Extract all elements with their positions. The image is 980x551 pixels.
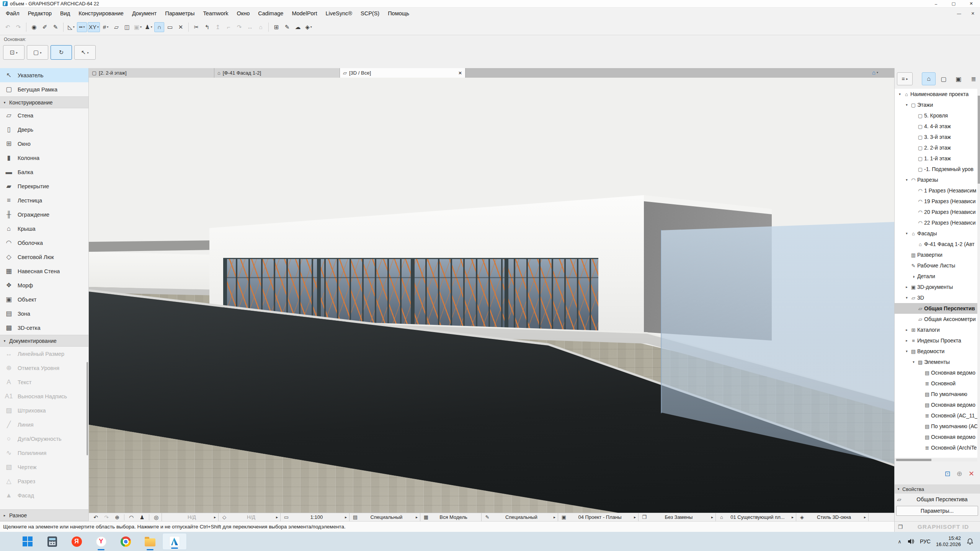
tool-Лестница[interactable]: ≡Лестница [0,193,88,207]
tree-item-По умолчанию[interactable]: ▤По умолчанию [895,389,977,399]
quick-option-Специальный[interactable]: ✎Специальный▸ [481,513,558,522]
toolbar-icon-16[interactable]: ▭ [165,22,175,32]
taskbar-clock[interactable]: 15:42 16.02.2026 [936,535,961,548]
tool-Балка[interactable]: ▬Балка [0,165,88,179]
menu-Файл[interactable]: Файл [2,8,24,19]
tree-item-Элементы[interactable]: ▾▨Элементы [895,357,977,367]
quick-option-04 Проект - Планы[interactable]: ▣04 Проект - Планы▸ [558,513,638,522]
tree-item-Основной[interactable]: ≣Основной [895,378,977,389]
menu-SCP(S)[interactable]: SCP(S) [356,8,384,19]
tree-item-Индексы Проекта[interactable]: ▸≡Индексы Проекта [895,335,977,346]
graphisoft-id-label[interactable]: GRAPHISOFT ID [906,523,980,530]
tree-item-Основная ведомо[interactable]: ▤Основная ведомо [895,399,977,410]
tree-item-20 Разрез (Независи[interactable]: ◠20 Разрез (Независи [895,207,977,217]
toolbar-icon-17[interactable]: ✕ [176,22,186,32]
toolbar-icon-23[interactable]: ↷ [234,22,244,32]
tool-Дуга/Окружность[interactable]: ○Дуга/Окружность [0,432,88,446]
toolbar-icon-14[interactable]: ♟▾ [144,22,154,32]
tool-Ограждение[interactable]: ╫Ограждение [0,207,88,222]
tree-item-3. 3-й этаж[interactable]: ▢3. 3-й этаж [895,132,977,142]
toolbar-icon-30[interactable]: ◈▾ [304,22,314,32]
taskbar-app-explorer[interactable] [138,532,162,551]
tree-vertical-scrollbar[interactable] [977,89,980,458]
tool-Морф[interactable]: ❖Морф [0,278,88,292]
tree-item-Основная ведомо[interactable]: ▤Основная ведомо [895,367,977,378]
tool-Полилиния[interactable]: ∿Полилиния [0,446,88,460]
palette-section-Конструирование[interactable]: ▾Конструирование [0,96,88,108]
menu-Помощь[interactable]: Помощь [384,8,413,19]
tool-Выносная Надпись[interactable]: A1Выносная Надпись [0,389,88,403]
palette-section-Разное[interactable]: ▸Разное [0,509,88,521]
tree-item-Этажи[interactable]: ▾▢Этажи [895,99,977,110]
tool-Чертеж[interactable]: ▧Чертеж [0,460,88,474]
tool-Разрез[interactable]: △Разрез [0,474,88,488]
tool-Отметка Уровня[interactable]: ⊕Отметка Уровня [0,361,88,375]
delete-viewpoint-icon[interactable]: ✕ [969,469,974,478]
tree-item-1 Разрез (Независим[interactable]: ◠1 Разрез (Независим [895,185,977,196]
tree-item-По умолчанию (АС[interactable]: ▤По умолчанию (АС [895,421,977,432]
tree-item-3D[interactable]: ▾▱3D [895,292,977,303]
navigator-map-tab-1[interactable]: ▢ [937,72,951,85]
toolbar-icon-4[interactable]: ✐ [40,22,50,32]
toolbar-icon-3[interactable]: ◉ [29,22,39,32]
view-tab-2[interactable]: ▱[3D / Все]✕ [340,68,466,78]
view-tab-1[interactable]: ⌂[Ф-41 Фасад 1-2] [214,68,340,78]
taskbar-app-archicad[interactable] [162,533,187,550]
tool-Указатель[interactable]: ↖Указатель [0,68,88,82]
tool-Световой Люк[interactable]: ◇Световой Люк [0,250,88,264]
tree-item-1. 1-й этаж[interactable]: ▢1. 1-й этаж [895,153,977,164]
tree-item-2. 2-й этаж[interactable]: ▢2. 2-й этаж [895,142,977,153]
toolbar-icon-12[interactable]: ◫ [122,22,132,32]
tool-Зона[interactable]: ▤Зона [0,306,88,321]
menu-Конструирование[interactable]: Конструирование [74,8,128,19]
toolbar-icon-5[interactable]: ✎ [51,22,60,32]
tree-item-22 Разрез (Независи[interactable]: ◠22 Разрез (Независи [895,217,977,228]
toolbar-icon-10[interactable]: #▾ [101,22,111,32]
menu-LiveSync®[interactable]: LiveSync® [321,8,356,19]
tree-item-Основной (ArchiTe[interactable]: ≣Основной (ArchiTe [895,442,977,453]
menu-Teamwork[interactable]: Teamwork [199,8,233,19]
quick-option-Стиль 3D-окна[interactable]: ◈Стиль 3D-окна▸ [796,513,869,522]
tree-item-Фасады[interactable]: ▾⌂Фасады [895,228,977,239]
tool-Стена[interactable]: ▱Стена [0,108,88,122]
tree-item-Ведомости[interactable]: ▾▤Ведомости [895,346,977,357]
tree-item-Рабочие Листы[interactable]: ✎Рабочие Листы [895,260,977,271]
tab-close-icon[interactable]: ✕ [458,70,462,76]
tool-Текст[interactable]: AТекст [0,375,88,389]
menu-ModelPort[interactable]: ModelPort [287,8,321,19]
taskbar-app-calculator[interactable] [40,532,64,551]
quick-option-01 Существующий пл...[interactable]: ⌂01 Существующий пл...▸ [715,513,796,522]
tool-Крыша[interactable]: ⌂Крыша [0,222,88,236]
bottombar-nav-icon-0[interactable]: ↶ [90,514,101,520]
tree-item--1. Подземный уров[interactable]: ▢-1. Подземный уров [895,164,977,174]
properties-section-header[interactable]: ▾ Свойства [895,484,980,494]
speaker-icon[interactable] [907,538,915,545]
menu-Редактор[interactable]: Редактор [24,8,56,19]
bottombar-nav-icon-1[interactable]: ↷ [101,514,112,520]
tool-3D-сетка[interactable]: ▩3D-сетка [0,321,88,335]
tool-Навесная Стена[interactable]: ▦Навесная Стена [0,264,88,278]
toolbar-icon-13[interactable]: ▣▾ [133,22,143,32]
toolbar-icon-21[interactable]: ↥ [213,22,223,32]
mdi-minimize-button[interactable]: — [957,11,961,16]
tree-item-Общая Перспектив[interactable]: ▱Общая Перспектив [895,303,977,314]
tree-item-Разрезы[interactable]: ▾◠Разрезы [895,174,977,185]
tool-Фасад[interactable]: ▲Фасад [0,488,88,502]
menu-Документ[interactable]: Документ [128,8,161,19]
settings-button[interactable]: Параметры... [896,506,978,516]
toolbar-icon-7[interactable]: ◺▾ [66,22,76,32]
quick-option-Специальный[interactable]: ▤Специальный▸ [349,513,420,522]
menu-Окно[interactable]: Окно [233,8,254,19]
quick-option-Н/Д[interactable]: Н/Д▸ [162,513,218,522]
notifications-bell-icon[interactable] [966,538,974,545]
bottombar-nav-icon-7[interactable]: ◎ [151,514,162,520]
selection-tool-button-2[interactable]: ↻ [51,45,72,60]
navigator-map-tab-2[interactable]: ▣ [952,72,965,85]
tree-item-Основная ведомо[interactable]: ▤Основная ведомо [895,432,977,442]
palette-section-Документирование[interactable]: ▾Документирование [0,335,88,347]
toolbar-icon-22[interactable]: ⌐ [224,22,234,32]
toolbar-icon-9[interactable]: XY▾ [88,22,100,32]
menu-Вид[interactable]: Вид [56,8,74,19]
tree-item-3D-документы[interactable]: ▸▣3D-документы [895,282,977,292]
tree-item-4. 4-й этаж[interactable]: ▢4. 4-й этаж [895,121,977,132]
